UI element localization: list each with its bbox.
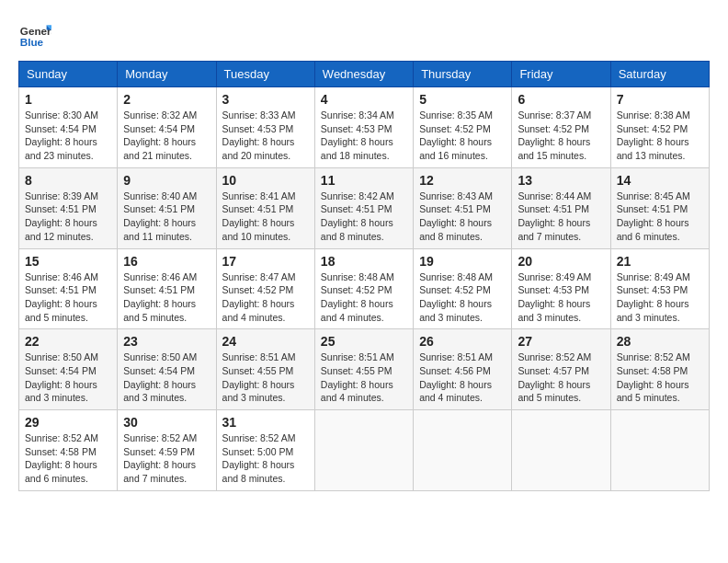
day-info: Sunrise: 8:52 AM Sunset: 4:58 PM Dayligh…	[25, 431, 111, 486]
day-info: Sunrise: 8:47 AM Sunset: 4:52 PM Dayligh…	[222, 270, 309, 325]
day-info: Sunrise: 8:35 AM Sunset: 4:52 PM Dayligh…	[419, 109, 506, 163]
calendar-cell: 21 Sunrise: 8:49 AM Sunset: 4:53 PM Dayl…	[610, 248, 709, 329]
calendar-cell	[512, 410, 610, 491]
calendar-cell: 6 Sunrise: 8:37 AM Sunset: 4:52 PM Dayli…	[512, 87, 610, 168]
day-number: 24	[222, 334, 309, 349]
day-info: Sunrise: 8:34 AM Sunset: 4:53 PM Dayligh…	[321, 109, 407, 163]
day-number: 9	[123, 173, 210, 188]
day-info: Sunrise: 8:49 AM Sunset: 4:53 PM Dayligh…	[617, 270, 703, 325]
day-number: 2	[123, 92, 210, 107]
day-info: Sunrise: 8:45 AM Sunset: 4:51 PM Dayligh…	[617, 190, 703, 244]
day-number: 13	[518, 173, 604, 188]
calendar-cell: 16 Sunrise: 8:46 AM Sunset: 4:51 PM Dayl…	[118, 248, 216, 329]
calendar-cell: 28 Sunrise: 8:52 AM Sunset: 4:58 PM Dayl…	[610, 329, 709, 410]
day-info: Sunrise: 8:37 AM Sunset: 4:52 PM Dayligh…	[518, 109, 604, 163]
day-number: 25	[321, 334, 407, 349]
day-info: Sunrise: 8:51 AM Sunset: 4:55 PM Dayligh…	[222, 350, 309, 405]
calendar-cell: 10 Sunrise: 8:41 AM Sunset: 4:51 PM Dayl…	[216, 167, 314, 248]
day-number: 29	[25, 415, 111, 430]
day-of-week-header: Thursday	[414, 62, 512, 87]
calendar-cell: 27 Sunrise: 8:52 AM Sunset: 4:57 PM Dayl…	[512, 329, 610, 410]
calendar-cell: 26 Sunrise: 8:51 AM Sunset: 4:56 PM Dayl…	[414, 329, 512, 410]
day-info: Sunrise: 8:52 AM Sunset: 5:00 PM Dayligh…	[222, 431, 309, 486]
day-number: 27	[518, 334, 604, 349]
calendar-header-row: SundayMondayTuesdayWednesdayThursdayFrid…	[19, 62, 710, 87]
page-header: General Blue	[18, 18, 710, 52]
calendar-cell: 24 Sunrise: 8:51 AM Sunset: 4:55 PM Dayl…	[216, 329, 314, 410]
calendar-cell: 11 Sunrise: 8:42 AM Sunset: 4:51 PM Dayl…	[314, 167, 413, 248]
day-info: Sunrise: 8:41 AM Sunset: 4:51 PM Dayligh…	[222, 190, 309, 244]
day-number: 23	[123, 334, 210, 349]
day-number: 20	[518, 254, 604, 269]
day-info: Sunrise: 8:43 AM Sunset: 4:51 PM Dayligh…	[419, 190, 506, 244]
day-number: 21	[617, 254, 703, 269]
day-info: Sunrise: 8:49 AM Sunset: 4:53 PM Dayligh…	[518, 270, 604, 325]
day-info: Sunrise: 8:52 AM Sunset: 4:58 PM Dayligh…	[617, 350, 703, 405]
day-info: Sunrise: 8:33 AM Sunset: 4:53 PM Dayligh…	[222, 109, 309, 163]
calendar-cell: 17 Sunrise: 8:47 AM Sunset: 4:52 PM Dayl…	[216, 248, 314, 329]
calendar-cell: 14 Sunrise: 8:45 AM Sunset: 4:51 PM Dayl…	[610, 167, 709, 248]
calendar-cell: 1 Sunrise: 8:30 AM Sunset: 4:54 PM Dayli…	[19, 87, 118, 168]
calendar-week-row: 1 Sunrise: 8:30 AM Sunset: 4:54 PM Dayli…	[19, 87, 710, 168]
day-number: 31	[222, 415, 309, 430]
day-info: Sunrise: 8:30 AM Sunset: 4:54 PM Dayligh…	[25, 109, 111, 163]
calendar-week-row: 29 Sunrise: 8:52 AM Sunset: 4:58 PM Dayl…	[19, 410, 710, 491]
day-info: Sunrise: 8:44 AM Sunset: 4:51 PM Dayligh…	[518, 190, 604, 244]
day-of-week-header: Monday	[118, 62, 216, 87]
day-info: Sunrise: 8:38 AM Sunset: 4:52 PM Dayligh…	[617, 109, 703, 163]
calendar-table: SundayMondayTuesdayWednesdayThursdayFrid…	[18, 61, 710, 491]
day-of-week-header: Saturday	[610, 62, 709, 87]
day-number: 3	[222, 92, 309, 107]
calendar-cell: 31 Sunrise: 8:52 AM Sunset: 5:00 PM Dayl…	[216, 410, 314, 491]
calendar-cell	[610, 410, 709, 491]
day-number: 12	[419, 173, 506, 188]
day-number: 1	[25, 92, 111, 107]
day-info: Sunrise: 8:51 AM Sunset: 4:55 PM Dayligh…	[321, 350, 407, 405]
day-of-week-header: Sunday	[19, 62, 118, 87]
calendar-cell: 13 Sunrise: 8:44 AM Sunset: 4:51 PM Dayl…	[512, 167, 610, 248]
day-of-week-header: Wednesday	[314, 62, 413, 87]
calendar-cell: 2 Sunrise: 8:32 AM Sunset: 4:54 PM Dayli…	[118, 87, 216, 168]
calendar-cell: 23 Sunrise: 8:50 AM Sunset: 4:54 PM Dayl…	[118, 329, 216, 410]
day-number: 28	[617, 334, 703, 349]
day-info: Sunrise: 8:48 AM Sunset: 4:52 PM Dayligh…	[321, 270, 407, 325]
calendar-cell	[314, 410, 413, 491]
calendar-cell: 15 Sunrise: 8:46 AM Sunset: 4:51 PM Dayl…	[19, 248, 118, 329]
logo-icon: General Blue	[18, 18, 51, 52]
day-number: 11	[321, 173, 407, 188]
calendar-cell: 29 Sunrise: 8:52 AM Sunset: 4:58 PM Dayl…	[19, 410, 118, 491]
day-number: 6	[518, 92, 604, 107]
day-number: 4	[321, 92, 407, 107]
day-number: 8	[25, 173, 111, 188]
calendar-cell: 12 Sunrise: 8:43 AM Sunset: 4:51 PM Dayl…	[414, 167, 512, 248]
day-info: Sunrise: 8:40 AM Sunset: 4:51 PM Dayligh…	[123, 190, 210, 244]
day-info: Sunrise: 8:52 AM Sunset: 4:57 PM Dayligh…	[518, 350, 604, 405]
calendar-cell: 20 Sunrise: 8:49 AM Sunset: 4:53 PM Dayl…	[512, 248, 610, 329]
calendar-cell	[414, 410, 512, 491]
day-info: Sunrise: 8:46 AM Sunset: 4:51 PM Dayligh…	[123, 270, 210, 325]
calendar-cell: 9 Sunrise: 8:40 AM Sunset: 4:51 PM Dayli…	[118, 167, 216, 248]
day-info: Sunrise: 8:48 AM Sunset: 4:52 PM Dayligh…	[419, 270, 506, 325]
day-number: 15	[25, 254, 111, 269]
day-info: Sunrise: 8:51 AM Sunset: 4:56 PM Dayligh…	[419, 350, 506, 405]
day-number: 17	[222, 254, 309, 269]
calendar-cell: 30 Sunrise: 8:52 AM Sunset: 4:59 PM Dayl…	[118, 410, 216, 491]
day-number: 16	[123, 254, 210, 269]
day-number: 5	[419, 92, 506, 107]
day-number: 10	[222, 173, 309, 188]
calendar-week-row: 8 Sunrise: 8:39 AM Sunset: 4:51 PM Dayli…	[19, 167, 710, 248]
day-info: Sunrise: 8:52 AM Sunset: 4:59 PM Dayligh…	[123, 431, 210, 486]
calendar-cell: 25 Sunrise: 8:51 AM Sunset: 4:55 PM Dayl…	[314, 329, 413, 410]
calendar-cell: 4 Sunrise: 8:34 AM Sunset: 4:53 PM Dayli…	[314, 87, 413, 168]
day-info: Sunrise: 8:46 AM Sunset: 4:51 PM Dayligh…	[25, 270, 111, 325]
day-of-week-header: Friday	[512, 62, 610, 87]
day-of-week-header: Tuesday	[216, 62, 314, 87]
calendar-cell: 3 Sunrise: 8:33 AM Sunset: 4:53 PM Dayli…	[216, 87, 314, 168]
calendar-cell: 7 Sunrise: 8:38 AM Sunset: 4:52 PM Dayli…	[610, 87, 709, 168]
svg-text:Blue: Blue	[20, 36, 44, 48]
day-number: 19	[419, 254, 506, 269]
day-number: 18	[321, 254, 407, 269]
day-number: 22	[25, 334, 111, 349]
day-info: Sunrise: 8:50 AM Sunset: 4:54 PM Dayligh…	[123, 350, 210, 405]
calendar-cell: 8 Sunrise: 8:39 AM Sunset: 4:51 PM Dayli…	[19, 167, 118, 248]
